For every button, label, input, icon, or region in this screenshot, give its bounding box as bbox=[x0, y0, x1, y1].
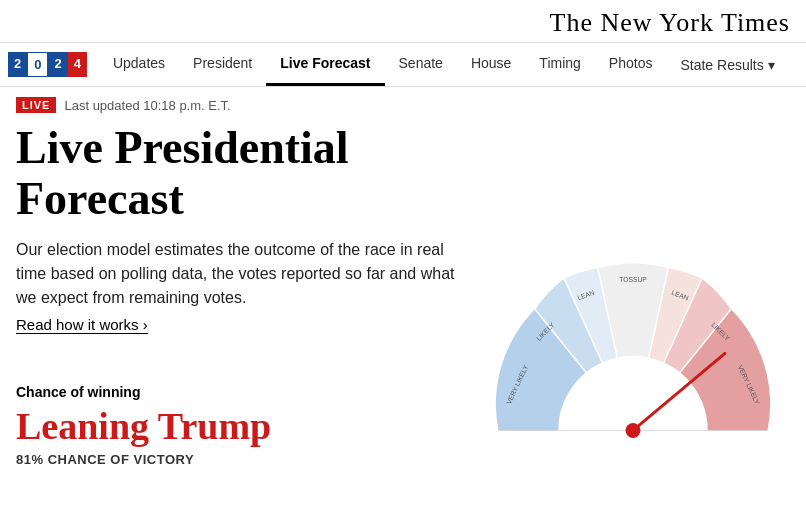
forecast-result: Chance of winning Leaning Trump 81% CHAN… bbox=[16, 384, 456, 467]
right-panel: VERY LIKELY LIKELY LEAN TOSSUP LEAN LIKE… bbox=[476, 123, 790, 467]
live-badge: LIVE bbox=[16, 97, 56, 113]
winner-name: Leaning Trump bbox=[16, 404, 456, 448]
nav-updates[interactable]: Updates bbox=[99, 43, 179, 86]
nav-timing[interactable]: Timing bbox=[525, 43, 595, 86]
nav-bar: 2 0 2 4 Updates President Live Forecast … bbox=[0, 43, 806, 87]
gauge-svg: VERY LIKELY LIKELY LEAN TOSSUP LEAN LIKE… bbox=[476, 207, 790, 467]
nav-senate[interactable]: Senate bbox=[385, 43, 457, 86]
gauge-container: VERY LIKELY LIKELY LEAN TOSSUP LEAN LIKE… bbox=[476, 207, 790, 467]
main-content: Live Presidential Forecast Our election … bbox=[0, 123, 806, 467]
page-title: Live Presidential Forecast bbox=[16, 123, 456, 224]
svg-text:TOSSUP: TOSSUP bbox=[619, 277, 647, 284]
nav-items: Updates President Live Forecast Senate H… bbox=[99, 43, 789, 86]
last-updated: Last updated 10:18 p.m. E.T. bbox=[64, 98, 230, 113]
header: The New York Times bbox=[0, 0, 806, 43]
chance-label: Chance of winning bbox=[16, 384, 456, 400]
svg-point-17 bbox=[629, 426, 638, 435]
read-how-link[interactable]: Read how it works › bbox=[16, 316, 148, 334]
nav-state-results[interactable]: State Results ▾ bbox=[666, 43, 788, 86]
year-badge: 2 0 2 4 bbox=[8, 52, 87, 77]
nyt-logo: The New York Times bbox=[550, 8, 791, 38]
left-panel: Live Presidential Forecast Our election … bbox=[16, 123, 476, 467]
nav-photos[interactable]: Photos bbox=[595, 43, 667, 86]
nav-house[interactable]: House bbox=[457, 43, 525, 86]
live-bar: LIVE Last updated 10:18 p.m. E.T. bbox=[0, 87, 806, 123]
description: Our election model estimates the outcome… bbox=[16, 238, 456, 310]
nav-president[interactable]: President bbox=[179, 43, 266, 86]
nav-live-forecast[interactable]: Live Forecast bbox=[266, 43, 384, 86]
chance-pct: 81% CHANCE OF VICTORY bbox=[16, 452, 456, 467]
